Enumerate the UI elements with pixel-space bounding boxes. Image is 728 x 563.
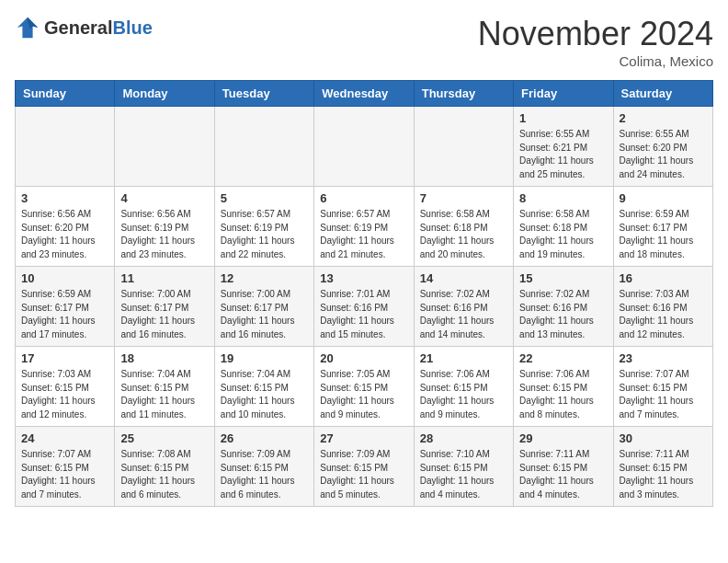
day-number: 2 bbox=[620, 111, 707, 125]
day-info: Sunrise: 7:10 AM Sunset: 6:15 PM Dayligh… bbox=[420, 448, 507, 501]
day-info: Sunrise: 7:02 AM Sunset: 6:16 PM Dayligh… bbox=[519, 288, 607, 341]
title-block: November 2024 Colima, Mexico bbox=[478, 15, 713, 69]
day-number: 9 bbox=[620, 191, 707, 205]
day-number: 11 bbox=[120, 271, 208, 285]
day-info: Sunrise: 6:55 AM Sunset: 6:21 PM Dayligh… bbox=[519, 128, 607, 181]
calendar-cell: 28Sunrise: 7:10 AM Sunset: 6:15 PM Dayli… bbox=[414, 427, 513, 507]
day-info: Sunrise: 7:08 AM Sunset: 6:15 PM Dayligh… bbox=[120, 448, 208, 501]
calendar-cell bbox=[214, 107, 313, 187]
calendar-week-5: 24Sunrise: 7:07 AM Sunset: 6:15 PM Dayli… bbox=[16, 427, 713, 507]
day-info: Sunrise: 7:01 AM Sunset: 6:16 PM Dayligh… bbox=[320, 288, 407, 341]
day-info: Sunrise: 7:09 AM Sunset: 6:15 PM Dayligh… bbox=[320, 448, 407, 501]
day-number: 23 bbox=[620, 351, 707, 365]
calendar-cell: 26Sunrise: 7:09 AM Sunset: 6:15 PM Dayli… bbox=[214, 427, 313, 507]
day-number: 10 bbox=[21, 271, 108, 285]
calendar-week-4: 17Sunrise: 7:03 AM Sunset: 6:15 PM Dayli… bbox=[16, 347, 713, 427]
day-info: Sunrise: 7:04 AM Sunset: 6:15 PM Dayligh… bbox=[120, 368, 208, 421]
calendar-cell: 19Sunrise: 7:04 AM Sunset: 6:15 PM Dayli… bbox=[214, 347, 313, 427]
column-header-monday: Monday bbox=[115, 81, 214, 107]
day-info: Sunrise: 7:03 AM Sunset: 6:15 PM Dayligh… bbox=[21, 368, 108, 421]
day-number: 16 bbox=[620, 271, 707, 285]
day-info: Sunrise: 7:07 AM Sunset: 6:15 PM Dayligh… bbox=[21, 448, 108, 501]
day-info: Sunrise: 7:02 AM Sunset: 6:16 PM Dayligh… bbox=[420, 288, 507, 341]
column-header-saturday: Saturday bbox=[613, 81, 712, 107]
day-number: 12 bbox=[221, 271, 308, 285]
day-number: 24 bbox=[21, 431, 108, 445]
day-info: Sunrise: 6:56 AM Sunset: 6:19 PM Dayligh… bbox=[120, 208, 208, 261]
day-info: Sunrise: 7:11 AM Sunset: 6:15 PM Dayligh… bbox=[620, 448, 707, 501]
calendar-week-1: 1Sunrise: 6:55 AM Sunset: 6:21 PM Daylig… bbox=[16, 107, 713, 187]
logo-text: GeneralBlue bbox=[44, 17, 153, 39]
calendar-cell bbox=[414, 107, 513, 187]
calendar-cell: 22Sunrise: 7:06 AM Sunset: 6:15 PM Dayli… bbox=[514, 347, 613, 427]
day-info: Sunrise: 7:06 AM Sunset: 6:15 PM Dayligh… bbox=[519, 368, 607, 421]
logo-blue: Blue bbox=[112, 17, 152, 38]
calendar-cell bbox=[115, 107, 214, 187]
column-header-thursday: Thursday bbox=[414, 81, 513, 107]
day-number: 14 bbox=[420, 271, 507, 285]
calendar-cell bbox=[314, 107, 414, 187]
calendar-cell: 9Sunrise: 6:59 AM Sunset: 6:17 PM Daylig… bbox=[613, 187, 712, 267]
calendar-cell: 15Sunrise: 7:02 AM Sunset: 6:16 PM Dayli… bbox=[514, 267, 613, 347]
calendar-cell: 7Sunrise: 6:58 AM Sunset: 6:18 PM Daylig… bbox=[414, 187, 513, 267]
day-number: 6 bbox=[320, 191, 407, 205]
day-number: 20 bbox=[320, 351, 407, 365]
calendar-cell: 2Sunrise: 6:55 AM Sunset: 6:20 PM Daylig… bbox=[613, 107, 712, 187]
day-info: Sunrise: 7:09 AM Sunset: 6:15 PM Dayligh… bbox=[221, 448, 308, 501]
calendar-cell: 25Sunrise: 7:08 AM Sunset: 6:15 PM Dayli… bbox=[115, 427, 214, 507]
day-number: 29 bbox=[519, 431, 607, 445]
logo-general: General bbox=[44, 17, 112, 38]
day-info: Sunrise: 7:06 AM Sunset: 6:15 PM Dayligh… bbox=[420, 368, 507, 421]
day-number: 22 bbox=[519, 351, 607, 365]
day-number: 15 bbox=[519, 271, 607, 285]
day-number: 30 bbox=[620, 431, 707, 445]
calendar-cell: 21Sunrise: 7:06 AM Sunset: 6:15 PM Dayli… bbox=[414, 347, 513, 427]
day-number: 17 bbox=[21, 351, 108, 365]
day-number: 25 bbox=[120, 431, 208, 445]
calendar-week-3: 10Sunrise: 6:59 AM Sunset: 6:17 PM Dayli… bbox=[16, 267, 713, 347]
calendar-cell: 18Sunrise: 7:04 AM Sunset: 6:15 PM Dayli… bbox=[115, 347, 214, 427]
calendar-cell: 1Sunrise: 6:55 AM Sunset: 6:21 PM Daylig… bbox=[514, 107, 613, 187]
day-number: 19 bbox=[221, 351, 308, 365]
calendar-cell: 5Sunrise: 6:57 AM Sunset: 6:19 PM Daylig… bbox=[214, 187, 313, 267]
calendar-cell: 12Sunrise: 7:00 AM Sunset: 6:17 PM Dayli… bbox=[214, 267, 313, 347]
logo: GeneralBlue bbox=[15, 15, 153, 40]
calendar-cell: 4Sunrise: 6:56 AM Sunset: 6:19 PM Daylig… bbox=[115, 187, 214, 267]
calendar-cell: 20Sunrise: 7:05 AM Sunset: 6:15 PM Dayli… bbox=[314, 347, 414, 427]
calendar-cell: 30Sunrise: 7:11 AM Sunset: 6:15 PM Dayli… bbox=[613, 427, 712, 507]
day-info: Sunrise: 6:58 AM Sunset: 6:18 PM Dayligh… bbox=[420, 208, 507, 261]
column-header-tuesday: Tuesday bbox=[214, 81, 313, 107]
calendar-cell: 29Sunrise: 7:11 AM Sunset: 6:15 PM Dayli… bbox=[514, 427, 613, 507]
day-number: 27 bbox=[320, 431, 407, 445]
day-number: 7 bbox=[420, 191, 507, 205]
day-number: 13 bbox=[320, 271, 407, 285]
day-number: 1 bbox=[519, 111, 607, 125]
day-number: 4 bbox=[120, 191, 208, 205]
column-header-sunday: Sunday bbox=[16, 81, 115, 107]
day-info: Sunrise: 6:57 AM Sunset: 6:19 PM Dayligh… bbox=[221, 208, 308, 261]
day-number: 26 bbox=[221, 431, 308, 445]
calendar-cell: 8Sunrise: 6:58 AM Sunset: 6:18 PM Daylig… bbox=[514, 187, 613, 267]
day-info: Sunrise: 7:05 AM Sunset: 6:15 PM Dayligh… bbox=[320, 368, 407, 421]
day-info: Sunrise: 6:59 AM Sunset: 6:17 PM Dayligh… bbox=[620, 208, 707, 261]
logo-icon bbox=[15, 15, 40, 40]
calendar-week-2: 3Sunrise: 6:56 AM Sunset: 6:20 PM Daylig… bbox=[16, 187, 713, 267]
day-info: Sunrise: 6:58 AM Sunset: 6:18 PM Dayligh… bbox=[519, 208, 607, 261]
day-info: Sunrise: 7:11 AM Sunset: 6:15 PM Dayligh… bbox=[519, 448, 607, 501]
calendar-cell: 14Sunrise: 7:02 AM Sunset: 6:16 PM Dayli… bbox=[414, 267, 513, 347]
month-title: November 2024 bbox=[478, 15, 713, 53]
column-header-friday: Friday bbox=[514, 81, 613, 107]
calendar-table: SundayMondayTuesdayWednesdayThursdayFrid… bbox=[15, 80, 713, 507]
calendar-cell: 16Sunrise: 7:03 AM Sunset: 6:16 PM Dayli… bbox=[613, 267, 712, 347]
calendar-cell bbox=[16, 107, 115, 187]
day-number: 28 bbox=[420, 431, 507, 445]
day-info: Sunrise: 7:07 AM Sunset: 6:15 PM Dayligh… bbox=[620, 368, 707, 421]
day-info: Sunrise: 7:04 AM Sunset: 6:15 PM Dayligh… bbox=[221, 368, 308, 421]
day-number: 8 bbox=[519, 191, 607, 205]
calendar-cell: 11Sunrise: 7:00 AM Sunset: 6:17 PM Dayli… bbox=[115, 267, 214, 347]
location: Colima, Mexico bbox=[478, 53, 713, 69]
day-number: 5 bbox=[221, 191, 308, 205]
calendar-cell: 24Sunrise: 7:07 AM Sunset: 6:15 PM Dayli… bbox=[16, 427, 115, 507]
calendar-cell: 13Sunrise: 7:01 AM Sunset: 6:16 PM Dayli… bbox=[314, 267, 414, 347]
day-info: Sunrise: 7:03 AM Sunset: 6:16 PM Dayligh… bbox=[620, 288, 707, 341]
